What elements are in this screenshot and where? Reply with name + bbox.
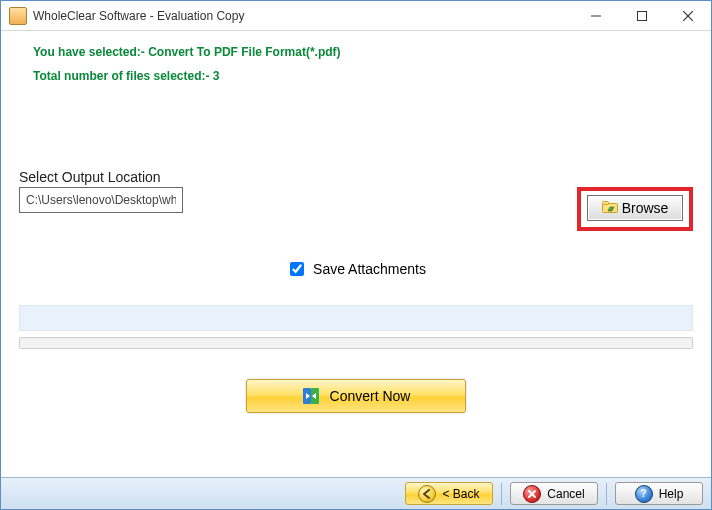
status-panel [19, 305, 693, 331]
app-icon [9, 7, 27, 25]
help-button[interactable]: ? Help [615, 482, 703, 505]
close-button[interactable] [665, 1, 711, 31]
window-title: WholeClear Software - Evaluation Copy [33, 9, 244, 23]
selected-format-text: You have selected:- Convert To PDF File … [33, 45, 693, 59]
svg-rect-1 [638, 11, 647, 20]
output-location-label: Select Output Location [19, 169, 693, 185]
output-path-row: Browse [19, 187, 693, 231]
help-button-label: Help [659, 487, 684, 501]
maximize-button[interactable] [619, 1, 665, 31]
convert-now-label: Convert Now [330, 388, 411, 404]
svg-rect-5 [602, 201, 608, 204]
output-path-input[interactable] [19, 187, 183, 213]
minimize-button[interactable] [573, 1, 619, 31]
cancel-button-label: Cancel [547, 487, 584, 501]
browse-button[interactable]: Browse [587, 195, 683, 221]
browse-highlight: Browse [577, 187, 693, 231]
maximize-icon [637, 11, 647, 21]
app-window: WholeClear Software - Evaluation Copy Yo… [0, 0, 712, 510]
browse-button-label: Browse [622, 200, 669, 216]
save-attachments-label: Save Attachments [313, 261, 426, 277]
footer-separator [501, 483, 502, 505]
convert-icon [302, 387, 320, 405]
progress-bar [19, 337, 693, 349]
close-icon [683, 11, 693, 21]
save-attachments-row: Save Attachments [19, 259, 693, 279]
back-button[interactable]: < Back [405, 482, 493, 505]
titlebar: WholeClear Software - Evaluation Copy [1, 1, 711, 31]
cancel-button[interactable]: Cancel [510, 482, 598, 505]
convert-now-button[interactable]: Convert Now [246, 379, 466, 413]
footer-separator [606, 483, 607, 505]
footer-bar: < Back Cancel ? Help [1, 477, 711, 509]
back-button-label: < Back [442, 487, 479, 501]
content-area: You have selected:- Convert To PDF File … [1, 31, 711, 477]
save-attachments-label-wrap[interactable]: Save Attachments [286, 259, 426, 279]
help-icon: ? [635, 485, 653, 503]
back-arrow-icon [418, 485, 436, 503]
cancel-icon [523, 485, 541, 503]
folder-icon [602, 200, 618, 217]
save-attachments-checkbox[interactable] [290, 262, 304, 276]
convert-row: Convert Now [19, 379, 693, 413]
file-count-text: Total number of files selected:- 3 [33, 69, 693, 83]
minimize-icon [591, 11, 601, 21]
